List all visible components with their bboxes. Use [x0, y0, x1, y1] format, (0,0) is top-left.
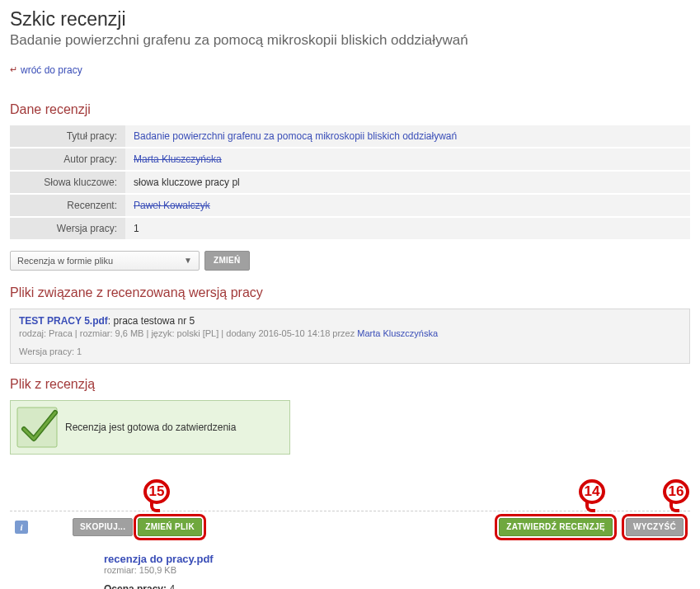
- page-subtitle: Badanie powierzchni grafenu za pomocą mi…: [10, 32, 690, 49]
- highlight-ring-14: ZATWIERDŹ RECENZJĘ: [497, 516, 614, 538]
- review-grade-label: Ocena pracy:: [104, 583, 167, 590]
- review-data-table: Tytuł pracy: Badanie powierzchni grafenu…: [10, 125, 690, 241]
- back-link[interactable]: ↵ wróć do pracy: [10, 64, 82, 76]
- review-file-name[interactable]: recenzja do pracy.pdf: [104, 553, 685, 565]
- annotation-15: 15: [143, 479, 170, 504]
- review-grade-value: 4: [169, 583, 175, 590]
- review-format-selected: Recenzja w formie pliku: [17, 256, 113, 266]
- field-keywords-label: Słowa kluczowe:: [10, 171, 125, 194]
- back-arrow-icon: ↵: [10, 64, 17, 75]
- section-files-heading: Pliki związane z recenzowaną wersją prac…: [10, 285, 690, 300]
- field-author-value[interactable]: Marta Kluszczyńska: [134, 153, 222, 165]
- change-file-button[interactable]: ZMIEŃ PLIK: [138, 518, 202, 536]
- annotation-16: 16: [663, 479, 689, 504]
- chevron-down-icon: ▼: [184, 256, 192, 265]
- change-format-button[interactable]: ZMIEŃ: [204, 251, 250, 271]
- section-review-file-heading: Plik z recenzją: [10, 377, 690, 392]
- highlight-ring-15: ZMIEŃ PLIK: [136, 516, 204, 538]
- related-file-box: TEST PRACY 5.pdf: praca testowa nr 5 rod…: [10, 309, 690, 364]
- highlight-ring-16: WYCZYŚĆ: [624, 516, 685, 538]
- review-format-select[interactable]: Recenzja w formie pliku ▼: [10, 251, 200, 271]
- page-title: Szkic recenzji: [10, 8, 690, 31]
- checkmark-icon: [16, 406, 59, 449]
- clear-button[interactable]: WYCZYŚĆ: [626, 518, 684, 536]
- file-uploader-link[interactable]: Marta Kluszczyńska: [357, 328, 438, 338]
- field-version-value: 1: [134, 223, 139, 234]
- back-link-label: wróć do pracy: [21, 64, 82, 76]
- review-file-size: rozmiar: 150,9 KB: [104, 565, 685, 575]
- approve-review-button[interactable]: ZATWIERDŹ RECENZJĘ: [499, 518, 613, 536]
- field-title-value[interactable]: Badanie powierzchni grafenu za pomocą mi…: [134, 130, 457, 142]
- field-reviewer-label: Recenzent:: [10, 194, 125, 217]
- file-description: praca testowa nr 5: [113, 315, 195, 327]
- info-icon[interactable]: i: [15, 521, 28, 534]
- section-data-heading: Dane recenzji: [10, 102, 690, 117]
- annotation-14: 14: [579, 479, 605, 504]
- file-meta: rodzaj: Praca | rozmiar: 9,6 MB | język:…: [19, 328, 357, 338]
- field-reviewer-value[interactable]: Paweł Kowalczyk: [134, 200, 210, 211]
- copy-button[interactable]: SKOPIUJ...: [73, 518, 133, 536]
- action-area: i SKOPIUJ... ZMIEŃ PLIK ZATWIERDŹ RECENZ…: [10, 511, 690, 590]
- file-version: Wersja pracy: 1: [19, 346, 681, 356]
- field-title-label: Tytuł pracy:: [10, 125, 125, 148]
- ready-status-box: Recenzja jest gotowa do zatwierdzenia: [10, 400, 290, 455]
- field-version-label: Wersja pracy:: [10, 217, 125, 240]
- ready-status-text: Recenzja jest gotowa do zatwierdzenia: [65, 422, 236, 433]
- field-keywords-value: słowa kluczowe pracy pl: [134, 177, 240, 188]
- annotation-layer: 15 14 16: [10, 479, 690, 511]
- file-name-link[interactable]: TEST PRACY 5.pdf: [19, 315, 108, 327]
- field-author-label: Autor pracy:: [10, 148, 125, 171]
